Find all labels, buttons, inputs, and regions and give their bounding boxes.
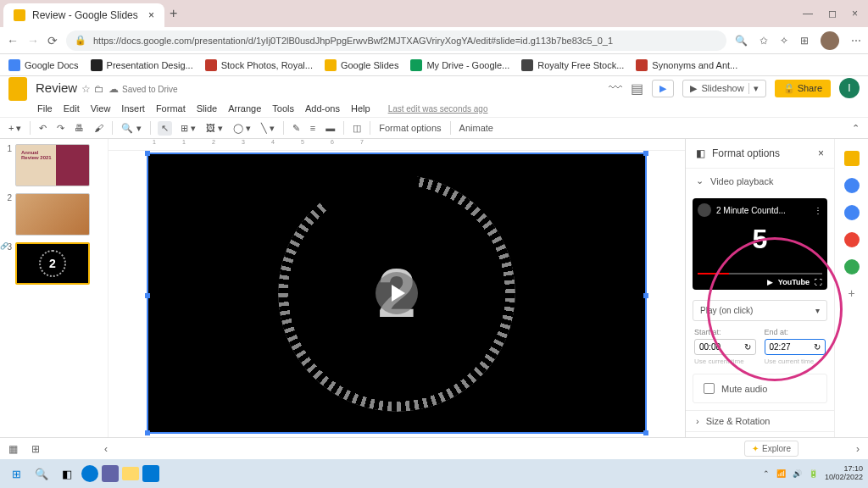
slide-thumbnail-2[interactable] — [15, 193, 90, 236]
account-avatar[interactable]: I — [839, 78, 860, 98]
profile-avatar[interactable] — [821, 31, 839, 50]
back-button[interactable]: ← — [7, 34, 19, 47]
redo-button[interactable]: ↷ — [55, 121, 66, 136]
clock[interactable]: 17:1010/02/2022 — [825, 465, 863, 482]
slideshow-button[interactable]: ▶Slideshow▾ — [682, 80, 765, 97]
edge-icon[interactable] — [81, 465, 98, 482]
menu-format[interactable]: Format — [156, 103, 186, 114]
slide-video-object[interactable]: 2 — [147, 152, 647, 434]
slide-thumbnail-3[interactable]: 2 — [15, 242, 90, 285]
forward-button[interactable]: → — [27, 34, 39, 47]
menu-addons[interactable]: Add-ons — [305, 103, 340, 114]
menu-slide[interactable]: Slide — [197, 103, 217, 114]
move-icon[interactable]: 🗀 — [94, 83, 104, 95]
menu-help[interactable]: Help — [351, 103, 370, 114]
url-input[interactable]: 🔒 https://docs.google.com/presentation/d… — [66, 30, 726, 51]
collections-icon[interactable]: ⊞ — [800, 35, 809, 47]
select-tool[interactable]: ↖ — [158, 121, 172, 136]
slide-canvas[interactable]: 1 1 2 3 4 5 6 7 2 — [108, 139, 685, 471]
undo-button[interactable]: ↶ — [37, 121, 48, 136]
border-tool[interactable]: ≡ — [309, 121, 317, 135]
bookmark-item[interactable]: Presentation Desig... — [91, 59, 193, 71]
teams-icon[interactable] — [102, 465, 119, 482]
animate-button[interactable]: Animate — [458, 121, 495, 135]
search-icon[interactable]: 🔍 — [31, 463, 53, 485]
bookmark-item[interactable]: Royalty Free Stock... — [521, 59, 624, 71]
tray-chevron-icon[interactable]: ⌃ — [763, 469, 770, 478]
menu-view[interactable]: View — [91, 103, 111, 114]
menu-file[interactable]: File — [37, 103, 53, 114]
wifi-icon[interactable]: 📶 — [776, 469, 786, 478]
menu-tools[interactable]: Tools — [272, 103, 294, 114]
extensions-icon[interactable]: ✧ — [780, 35, 788, 47]
browser-tab[interactable]: Review - Google Slides × — [3, 3, 164, 27]
bookmark-item[interactable]: Synonyms and Ant... — [636, 59, 737, 71]
refresh-button[interactable]: ⟳ — [47, 34, 58, 47]
play-mode-dropdown[interactable]: Play (on click)▾ — [693, 300, 827, 321]
minimize-icon[interactable]: — — [803, 8, 813, 19]
menu-edit[interactable]: Edit — [64, 103, 80, 114]
present-dropdown[interactable]: ▶ — [652, 80, 674, 97]
battery-icon[interactable]: 🔋 — [809, 469, 818, 478]
play-video-icon[interactable] — [376, 272, 418, 314]
fullscreen-icon[interactable]: ⛶ — [815, 278, 822, 286]
bookmark-item[interactable]: My Drive - Google... — [410, 59, 509, 71]
size-rotation-section[interactable]: ›Size & Rotation — [686, 410, 834, 431]
mask-tool[interactable]: ▬ — [324, 121, 337, 135]
collapse-toolbar[interactable]: ⌃ — [850, 121, 861, 136]
comments-icon[interactable]: ▤ — [631, 80, 643, 97]
checkbox-icon[interactable] — [704, 383, 715, 394]
favorite-icon[interactable]: ✩ — [760, 35, 768, 47]
slides-logo[interactable] — [8, 77, 27, 101]
close-window-icon[interactable]: × — [852, 8, 858, 19]
new-slide-button[interactable]: + ▾ — [7, 121, 23, 136]
video-playback-section[interactable]: ⌄ Video playback — [686, 168, 834, 193]
chevron-right-icon[interactable]: › — [856, 443, 860, 455]
trend-icon[interactable]: 〰 — [609, 80, 622, 96]
slide-thumbnail-1[interactable] — [15, 144, 90, 186]
maps-icon[interactable] — [844, 259, 860, 274]
video-preview[interactable]: 2 Minute Countd...⋮ 5 ▶YouTube⛶ — [693, 198, 827, 290]
zoom-button[interactable]: 🔍 ▾ — [120, 121, 142, 136]
crop-tool[interactable]: ✎ — [291, 121, 302, 136]
task-view-icon[interactable]: ◧ — [56, 463, 78, 485]
image-tool[interactable]: 🖼 ▾ — [204, 121, 225, 136]
sound-icon[interactable]: 🔊 — [793, 469, 802, 478]
mute-audio-checkbox[interactable]: Mute audio — [693, 374, 827, 403]
doc-name[interactable]: Review — [36, 80, 77, 95]
end-at-input[interactable]: 02:27↻ — [765, 339, 826, 355]
star-icon[interactable]: ☆ — [81, 83, 91, 95]
filmstrip-view-icon[interactable]: ⊞ — [31, 443, 40, 455]
keep-icon[interactable] — [844, 178, 860, 193]
bookmark-item[interactable]: Stock Photos, Royal... — [205, 59, 313, 71]
explore-button[interactable]: ✦Explore — [744, 441, 798, 457]
add-sidepanel-icon[interactable]: + — [848, 286, 854, 300]
start-at-input[interactable]: 00:00↻ — [694, 339, 756, 355]
chevron-left-icon[interactable]: ‹ — [104, 443, 108, 455]
outlook-icon[interactable] — [142, 465, 159, 482]
menu-insert[interactable]: Insert — [121, 103, 145, 114]
tasks-icon[interactable] — [844, 205, 860, 220]
calendar-icon[interactable] — [844, 151, 860, 166]
textbox-tool[interactable]: ⊞ ▾ — [179, 121, 198, 136]
motion-tool[interactable]: ◫ — [351, 121, 363, 136]
explorer-icon[interactable] — [122, 467, 139, 480]
cloud-icon[interactable]: ☁ — [108, 83, 119, 95]
new-tab-button[interactable]: + — [170, 6, 177, 21]
last-edit[interactable]: Last edit was seconds ago — [388, 104, 488, 114]
share-button[interactable]: 🔒 Share — [775, 80, 831, 97]
menu-icon[interactable]: ⋯ — [851, 35, 861, 47]
close-tab-icon[interactable]: × — [148, 9, 154, 21]
grid-view-icon[interactable]: ▦ — [8, 443, 18, 455]
close-panel-icon[interactable]: × — [818, 147, 824, 159]
paint-format-button[interactable]: 🖌 — [92, 121, 105, 135]
shape-tool[interactable]: ◯ ▾ — [231, 121, 253, 136]
menu-arrange[interactable]: Arrange — [228, 103, 261, 114]
bookmark-item[interactable]: Google Slides — [325, 59, 399, 71]
print-button[interactable]: 🖶 — [73, 121, 86, 135]
zoom-icon[interactable]: 🔍 — [735, 35, 748, 47]
play-icon[interactable]: ▶ — [767, 278, 773, 286]
maximize-icon[interactable]: ◻ — [828, 8, 837, 19]
bookmark-item[interactable]: Google Docs — [8, 59, 79, 71]
line-tool[interactable]: ╲ ▾ — [259, 121, 276, 136]
